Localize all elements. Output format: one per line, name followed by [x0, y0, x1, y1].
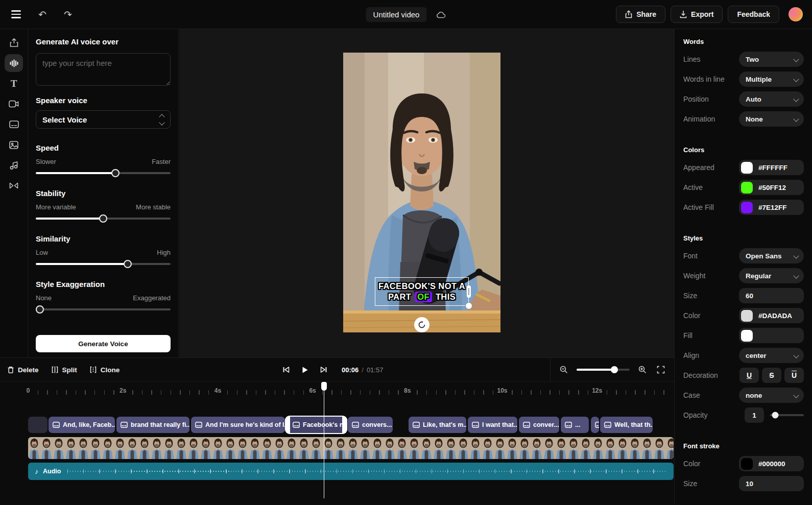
clip-label: Like, that's m...: [423, 421, 466, 428]
caption-clip[interactable]: ...: [561, 417, 589, 433]
skip-end-icon: [320, 366, 327, 373]
size-input[interactable]: 60: [739, 288, 804, 303]
ruler-tick: [303, 390, 304, 395]
zoom-in-icon: [638, 366, 647, 374]
similarity-slider[interactable]: [36, 263, 171, 265]
stroke-size-input[interactable]: 10: [739, 476, 804, 491]
menu-button[interactable]: [9, 8, 23, 20]
video-frame-thumbnail: [212, 437, 224, 459]
zoom-out-button[interactable]: [558, 364, 569, 375]
video-title[interactable]: Untitled video: [366, 7, 427, 22]
overline-button[interactable]: U: [784, 368, 804, 383]
font-select[interactable]: Open Sans: [739, 248, 804, 263]
audio-waveform: [67, 469, 667, 474]
caption-clip[interactable]: And I'm sure he's kind of l...: [191, 417, 285, 433]
appeared-color-picker[interactable]: #FFFFFF: [739, 160, 804, 175]
stroke-color-picker[interactable]: #000000: [739, 456, 804, 471]
case-select[interactable]: none: [739, 388, 804, 403]
script-input[interactable]: [36, 53, 171, 86]
color-hex: #50FF12: [758, 184, 786, 191]
caption-resize-handle-corner[interactable]: [465, 302, 472, 309]
voice-waveform-icon[interactable]: [5, 54, 23, 72]
caption-overlay[interactable]: FACEBOOK'S NOT A PART OF THIS: [375, 277, 469, 306]
play-button[interactable]: [300, 365, 310, 375]
video-tool-icon[interactable]: [5, 95, 23, 113]
caption-clip[interactable]: [591, 417, 599, 433]
skip-start-button[interactable]: [281, 365, 291, 375]
caption-rotate-button[interactable]: [414, 317, 429, 332]
caption-clip[interactable]: I want that...: [468, 417, 517, 433]
caption-clip[interactable]: Well, that th...: [600, 417, 653, 433]
video-frame-thumbnail: [359, 437, 371, 459]
generate-voice-button[interactable]: Generate Voice: [36, 335, 171, 352]
ruler-tick: [57, 390, 58, 395]
ruler-tick: [227, 390, 228, 395]
split-button[interactable]: Split: [51, 366, 77, 374]
video-frame[interactable]: FACEBOOK'S NOT A PART OF THIS: [343, 53, 500, 332]
feedback-button[interactable]: Feedback: [728, 6, 779, 23]
active-fill-color-picker[interactable]: #7E12FF: [739, 200, 804, 215]
caption-resize-handle-right[interactable]: [467, 285, 471, 298]
transition-tool-icon[interactable]: [5, 177, 23, 195]
play-icon: [301, 366, 308, 374]
video-frame-thumbnail: [114, 437, 126, 459]
strikethrough-button[interactable]: S: [762, 368, 781, 383]
time-display: 00:06 / 01:57: [342, 366, 383, 374]
ruler-tick: [360, 390, 361, 395]
video-frame-thumbnail: [236, 437, 249, 459]
avatar[interactable]: [789, 7, 803, 21]
active-color-picker[interactable]: #50FF12: [739, 180, 804, 195]
undo-icon: ↶: [38, 10, 46, 19]
share-button[interactable]: Share: [616, 6, 665, 23]
clone-button[interactable]: Clone: [89, 366, 120, 374]
style-exaggeration-slider[interactable]: [36, 308, 171, 310]
animation-select[interactable]: None: [739, 111, 804, 127]
skip-end-button[interactable]: [319, 365, 329, 375]
image-tool-icon[interactable]: [5, 136, 23, 154]
timeline-ruler[interactable]: 02s4s6s8s10s12s: [0, 381, 674, 404]
caption-clip[interactable]: brand that really fi...: [116, 417, 189, 433]
delete-button[interactable]: Delete: [7, 366, 39, 374]
opacity-slider[interactable]: [770, 414, 804, 416]
caption-clip[interactable]: [28, 417, 47, 433]
caption-clip[interactable]: convers...: [348, 417, 393, 433]
ruler-tick: [199, 390, 200, 395]
ruler-tick: [568, 390, 569, 395]
hamburger-icon: [11, 10, 21, 18]
fill-color-picker[interactable]: [739, 328, 804, 343]
video-frame-thumbnail: [494, 437, 506, 459]
caption-clip[interactable]: Facebook's n...: [286, 417, 346, 433]
opacity-input[interactable]: 1: [745, 407, 764, 423]
caption-clip[interactable]: And, like, Faceb...: [49, 417, 115, 433]
upload-icon[interactable]: [5, 34, 23, 52]
undo-button[interactable]: ↶: [36, 8, 49, 21]
speed-slider[interactable]: [36, 172, 171, 174]
position-select[interactable]: Auto: [739, 91, 804, 107]
music-tool-icon[interactable]: [5, 156, 23, 174]
text-color-picker[interactable]: #DADADA: [739, 308, 804, 323]
audio-track[interactable]: ♪ Audio: [28, 463, 674, 480]
stability-slider[interactable]: [36, 218, 171, 220]
video-frame-thumbnail: [347, 437, 359, 459]
video-track[interactable]: [28, 437, 674, 459]
export-button[interactable]: Export: [671, 6, 723, 23]
align-value: center: [746, 352, 767, 359]
zoom-in-button[interactable]: [637, 364, 648, 375]
weight-select[interactable]: Regular: [739, 268, 804, 283]
align-select[interactable]: center: [739, 348, 804, 363]
ruler-tick: [104, 390, 105, 395]
text-tool-icon[interactable]: T: [5, 75, 23, 92]
words-in-line-select[interactable]: Multiple: [739, 71, 804, 87]
underline-button[interactable]: U: [739, 368, 759, 383]
ruler-label: 6s: [309, 387, 316, 394]
fit-timeline-button[interactable]: [655, 364, 666, 375]
ruler-tick: [161, 390, 162, 395]
lines-select[interactable]: Two: [739, 52, 804, 67]
captions-tool-icon[interactable]: [5, 115, 23, 133]
caption-clip[interactable]: conver...: [519, 417, 559, 433]
color-swatch: [741, 162, 753, 174]
timeline-zoom-slider[interactable]: [577, 369, 630, 371]
voice-select[interactable]: Select Voice: [36, 110, 171, 129]
redo-button[interactable]: ↷: [62, 8, 74, 21]
caption-clip[interactable]: Like, that's m...: [409, 417, 466, 433]
